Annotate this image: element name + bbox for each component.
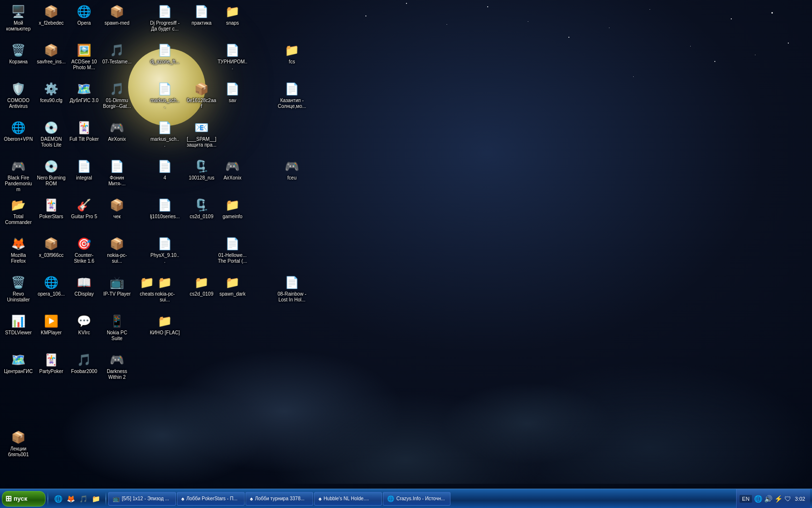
desktop-icon-100128-rus[interactable]: 🗜️ 100128_rus xyxy=(185,157,218,182)
desktop-icon-fceu2[interactable]: 🎮 fceu xyxy=(276,157,308,182)
desktop-icon-dj-progresiff[interactable]: 📄 Dj Progresiff - Да будет с... xyxy=(148,2,181,33)
taskbar-btn-tb-poker2[interactable]: ♠Лобби турнира 3378... xyxy=(246,492,313,506)
desktop-icon-my-computer[interactable]: 🖥️ Мой компьютер xyxy=(2,2,35,33)
desktop-icon-nokia-pc-sui1[interactable]: 📦 nokia-pc-sui... xyxy=(101,235,133,266)
desktop-icon-black-fire[interactable]: 🎮 Black Fire Pandemonium xyxy=(2,157,35,194)
desktop-icon-centrangis[interactable]: 🗺️ ЦентранГИС xyxy=(2,351,35,376)
desktop-icon-spam[interactable]: 📧 [___SPAM__] защита пра... xyxy=(185,119,218,149)
desktop-icon-num4[interactable]: 📄 4 xyxy=(148,157,181,182)
icon-image-centrangis: 🗺️ xyxy=(11,352,26,368)
icon-image-lj1010: 📄 xyxy=(157,197,173,213)
desktop-icon-fceu90[interactable]: ⚙️ fceu90.cfg xyxy=(35,80,68,105)
ql-media-button[interactable]: 🎵 xyxy=(77,493,89,505)
desktop-icon-cs2d-0109[interactable]: 🗜️ cs2d_0109 xyxy=(185,196,218,221)
desktop-icon-dj-azone[interactable]: 📄 dj_azone_ft... xyxy=(148,41,181,66)
clock[interactable]: 3:02 xyxy=(793,496,807,502)
desktop-icon-lekcii[interactable]: 📦 Лекции блять001 xyxy=(2,428,35,459)
desktop-icon-daemon-tools[interactable]: 💿 DAEMON Tools Lite xyxy=(35,119,68,149)
desktop-icon-lj1010[interactable]: 📄 lj1010series... xyxy=(148,196,181,221)
taskbar-btn-tb-poker1[interactable]: ♠Лобби PokerStars - П... xyxy=(177,492,245,506)
language-indicator[interactable]: EN xyxy=(740,495,752,503)
desktop-icon-sav[interactable]: 📄 sav xyxy=(216,80,249,105)
icon-image-0e16128: 📦 xyxy=(194,81,209,97)
start-button[interactable]: ⊞ пуск xyxy=(2,491,45,507)
ql-extra-button[interactable]: 📁 xyxy=(90,493,102,505)
desktop-icon-spawn-med[interactable]: 📦 spawn-med xyxy=(101,2,133,28)
desktop-icon-nokia-pc-sui2[interactable]: 📁 nokia-pc-sui... xyxy=(148,273,181,304)
desktop-icon-markus-sch1[interactable]: 📄 markus_sch... xyxy=(148,80,181,111)
desktop-icon-airxonix1[interactable]: 🎮 AirXonix xyxy=(101,119,133,144)
icon-image-black-fire: 🎮 xyxy=(11,159,26,174)
desktop-icon-08-rainbow[interactable]: 📄 08-Rainbow - Lost In Hol... xyxy=(276,273,308,304)
icon-image-01-dimmu: 🎵 xyxy=(109,81,125,97)
icon-label-x-f2ebedec: x_f2ebedec xyxy=(39,20,64,26)
desktop-icon-darkness-within[interactable]: 🎮 Darkness Within 2 xyxy=(101,351,133,382)
desktop-icon-x-f2ebedec[interactable]: 📦 x_f2ebedec xyxy=(35,2,68,28)
desktop-icon-dubgis[interactable]: 🗺️ ДублГИС 3.0 xyxy=(68,80,101,105)
ql-ie-button[interactable]: 🌐 xyxy=(52,493,64,505)
desktop-icon-partypoker[interactable]: 🃏 PartyPoker xyxy=(35,351,68,376)
desktop-icon-snaps[interactable]: 📁 snaps xyxy=(216,2,249,28)
desktop-icon-integral[interactable]: 📄 integral xyxy=(68,157,101,182)
desktop-icon-full-tilt[interactable]: 🃏 Full Tilt Poker xyxy=(68,119,101,144)
icon-label-revo: Revo Uninstaller xyxy=(3,291,33,303)
desktop-icon-07-testame[interactable]: 🎵 07-Testame... xyxy=(101,41,133,66)
desktop-icon-physx[interactable]: 📄 PhysX_9.10... xyxy=(148,235,181,266)
taskbar-btn-tb-holde[interactable]: ♠Hubble's NL Holde.... xyxy=(314,492,382,506)
taskbar-btn-icon-tb-poker1: ♠ xyxy=(181,495,184,502)
icon-label-opera-106: opera_106... xyxy=(38,291,65,297)
desktop-icon-chek[interactable]: 📦 чек xyxy=(101,196,133,221)
desktop-icon-kvirc[interactable]: 💬 KVIrc xyxy=(68,312,101,337)
desktop-icon-nokia-pc-suite[interactable]: 📱 Nokia PC Suite xyxy=(101,312,133,343)
icon-image-chek: 📦 xyxy=(109,197,125,213)
desktop-icon-spawn-dark[interactable]: 📁 spawn_dark xyxy=(216,273,249,299)
desktop-icon-01-dimmu[interactable]: 🎵 01-Dimmu Borgir--Gat... xyxy=(101,80,133,111)
desktop-icon-praktika[interactable]: 📄 практика xyxy=(185,2,218,28)
desktop-icon-nero-burning[interactable]: 💿 Nero Burning ROM xyxy=(35,157,68,188)
icon-image-revo: 🗑️ xyxy=(11,275,26,290)
desktop-icon-acdsee[interactable]: 🖼️ ACDSee 10 Photo M... xyxy=(68,41,101,72)
desktop-icon-opera[interactable]: 🌐 Opera xyxy=(68,2,101,28)
desktop-icon-turnir[interactable]: 📄 ТУРНИРОМ... xyxy=(216,41,249,72)
taskbar-btn-tb-total[interactable]: 📺[5/5] 1x12 - Эпизод ... xyxy=(108,492,176,506)
desktop-icon-kino-flac[interactable]: 📁 КИНО [FLAC] xyxy=(148,312,181,337)
desktop-icon-hellowe[interactable]: 📄 01-Hellowe... The Portal (... xyxy=(216,235,249,266)
icon-image-pokerstars: 🃏 xyxy=(44,197,59,213)
ql-firefox-button[interactable]: 🦊 xyxy=(65,493,76,505)
desktop-icon-opera-106[interactable]: 🌐 opera_106... xyxy=(35,273,68,299)
desktop-icon-mozilla-firefox[interactable]: 🦊 Mozilla Firefox xyxy=(2,235,35,266)
desktop-icon-total-commander[interactable]: 📂 Total Commander xyxy=(2,196,35,227)
icon-label-spawn-med: spawn-med xyxy=(104,20,130,26)
taskbar-btn-tb-crazys[interactable]: 🌐Crazys.Info - Источн... xyxy=(383,492,450,506)
taskbar-btn-label-tb-holde: Hubble's NL Holde.... xyxy=(323,496,369,501)
desktop-icon-oberon-vpn[interactable]: 🌐 Oberon+VPN xyxy=(2,119,35,144)
desktop-icon-gameinfo[interactable]: 📁 gameinfo xyxy=(216,196,249,221)
desktop-icon-x-03f966cc[interactable]: 📦 x_03f966cc xyxy=(35,235,68,260)
desktop-icon-foobar2000[interactable]: 🎵 Foobar2000 xyxy=(68,351,101,376)
desktop-icon-markus-sch2[interactable]: 📄 markus_sch... xyxy=(148,119,181,149)
desktop-icon-cdisplay[interactable]: 📖 CDisplay xyxy=(68,273,101,299)
desktop-icon-pokerstars[interactable]: 🃏 PokerStars xyxy=(35,196,68,221)
icon-image-markus-sch2: 📄 xyxy=(157,120,173,135)
desktop-icon-stdlviewer[interactable]: 📊 STDLViewer xyxy=(2,312,35,337)
desktop-icon-kazantin[interactable]: 📄 Казантип - Солнце,мо... xyxy=(276,80,308,111)
desktop-icon-guitar-pro[interactable]: 🎸 Guitar Pro 5 xyxy=(68,196,101,221)
desktop-icon-0e16128[interactable]: 📦 0e16128c2aaf xyxy=(185,80,218,111)
icon-image-praktika: 📄 xyxy=(194,4,209,19)
desktop-icon-comodo[interactable]: 🛡️ COMODO Antivirus xyxy=(2,80,35,111)
icon-label-nokia-pc-suite: Nokia PC Suite xyxy=(102,330,132,342)
desktop-icon-fcs[interactable]: 📁 fcs xyxy=(276,41,308,66)
desktop-icon-counter-strike[interactable]: 🎯 Counter-Strike 1.6 xyxy=(68,235,101,266)
icon-image-partypoker: 🃏 xyxy=(44,352,59,368)
icon-image-opera: 🌐 xyxy=(76,4,92,19)
desktop-icon-recycle[interactable]: 🗑️ Корзина xyxy=(2,41,35,66)
desktop-icon-fonin[interactable]: 📄 Фонин Митя-... xyxy=(101,157,133,188)
desktop-icon-ip-tv-player[interactable]: 📺 IP-TV Player xyxy=(101,273,133,299)
desktop-icon-airxonix2[interactable]: 🎮 AirXonix xyxy=(216,157,249,182)
desktop-icon-revo[interactable]: 🗑️ Revo Uninstaller xyxy=(2,273,35,304)
quick-launch-area: 🌐 🦊 🎵 📁 xyxy=(50,489,103,508)
icon-image-airxonix1: 🎮 xyxy=(109,120,125,135)
desktop-icon-kmplayer[interactable]: ▶️ KMPlayer xyxy=(35,312,68,337)
desktop-icon-cs2d-0109-2[interactable]: 📁 cs2d_0109 xyxy=(185,273,218,299)
desktop-icon-savfree-ins[interactable]: 📦 savfree_ins... xyxy=(35,41,68,66)
